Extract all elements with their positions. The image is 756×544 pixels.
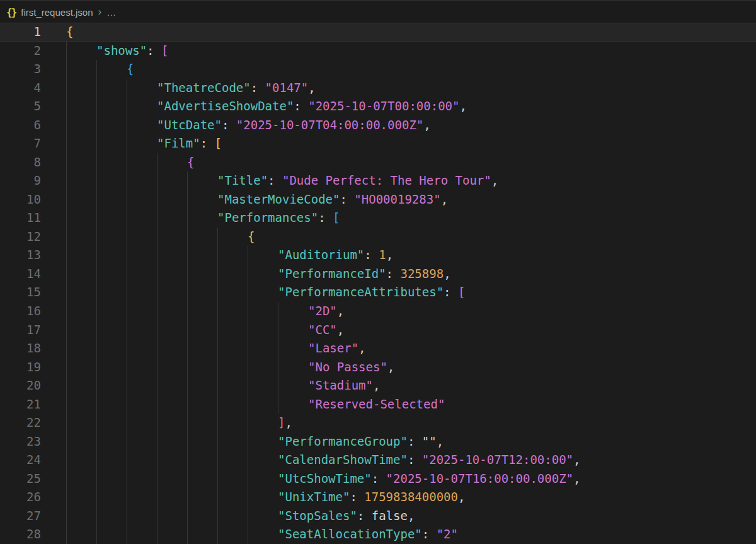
code-line[interactable]: 27"StopSales": false, — [0, 507, 756, 526]
line-number[interactable]: 10 — [0, 190, 41, 209]
code-line[interactable]: 25"UtcShowTime": "2025-10-07T16:00:00.00… — [0, 470, 756, 489]
line-number[interactable]: 5 — [0, 97, 41, 116]
indent-guide — [127, 432, 157, 451]
indent-guide — [96, 432, 127, 451]
line-number[interactable]: 13 — [0, 246, 41, 265]
code-line[interactable]: 12{ — [0, 228, 756, 246]
line-number[interactable]: 27 — [0, 507, 41, 526]
code-line[interactable]: 23"PerformanceGroup": "", — [0, 432, 756, 451]
token-str: "CC" — [308, 323, 337, 337]
indent-guide — [217, 432, 248, 451]
indent-guide — [127, 321, 157, 340]
code-content: { — [41, 153, 756, 172]
line-number[interactable]: 18 — [0, 339, 41, 358]
code-line[interactable]: 10"MasterMovieCode": "HO00019283", — [0, 190, 756, 209]
line-number[interactable]: 7 — [0, 134, 41, 153]
code-line[interactable]: 11"Performances": [ — [0, 209, 756, 228]
code-content: "PerformanceGroup": "", — [41, 432, 756, 451]
code-line[interactable]: 16"2D", — [0, 302, 756, 321]
code-line[interactable]: 3{ — [0, 60, 756, 79]
indent-guide — [217, 525, 248, 544]
line-number[interactable]: 25 — [0, 470, 41, 489]
line-number[interactable]: 3 — [0, 60, 41, 79]
token-key: "MasterMovieCode" — [217, 192, 340, 206]
token-b1: { — [66, 25, 73, 38]
code-line[interactable]: 17"CC", — [0, 321, 756, 340]
code-line[interactable]: 15"PerformanceAttributes": [ — [0, 283, 756, 302]
indent-guide — [127, 376, 157, 395]
code-line[interactable]: 1{ — [0, 23, 756, 42]
token-pun: , — [444, 267, 450, 281]
line-number[interactable]: 14 — [0, 265, 41, 284]
line-number[interactable]: 6 — [0, 116, 41, 135]
indent-guide — [187, 432, 217, 451]
editor-lines[interactable]: 1{2"shows": [3{4"TheatreCode": "0147",5"… — [0, 23, 756, 544]
code-line[interactable]: 4"TheatreCode": "0147", — [0, 79, 756, 98]
token-pun: : — [222, 118, 236, 132]
code-line[interactable]: 13"Auditorium": 1, — [0, 246, 756, 265]
indent-guide — [66, 395, 96, 414]
indent-guide — [217, 395, 248, 414]
line-number[interactable]: 26 — [0, 488, 41, 507]
indent-guide — [157, 171, 187, 190]
code-line[interactable]: 28"SeatAllocationType": "2" — [0, 525, 756, 544]
indent-guide — [187, 228, 217, 246]
line-number[interactable]: 12 — [0, 228, 41, 246]
indent-guide — [127, 451, 157, 470]
indent-guide — [278, 376, 308, 395]
indent-guide — [157, 321, 187, 340]
code-line[interactable]: 2"shows": [ — [0, 42, 756, 61]
token-pun: , — [337, 304, 344, 318]
indent-guide — [187, 414, 217, 432]
code-line[interactable]: 5"AdvertiseShowDate": "2025-10-07T00:00:… — [0, 97, 756, 116]
code-content: "CC", — [41, 321, 756, 340]
token-pun: , — [373, 378, 380, 392]
code-line[interactable]: 18"Laser", — [0, 339, 756, 358]
indent-guide — [217, 321, 248, 340]
line-number[interactable]: 9 — [0, 171, 41, 190]
token-key: "CalendarShowTime" — [278, 453, 408, 466]
token-pun: : — [422, 527, 437, 541]
code-line[interactable]: 6"UtcDate": "2025-10-07T04:00:00.000Z", — [0, 116, 756, 135]
breadcrumb[interactable]: {} first_request.json › … — [0, 1, 756, 23]
code-line[interactable]: 7"Film": [ — [0, 134, 756, 153]
indent-guide — [248, 339, 278, 358]
line-number[interactable]: 16 — [0, 302, 41, 321]
code-line[interactable]: 20"Stadium", — [0, 376, 756, 395]
code-line[interactable]: 14"PerformanceId": 325898, — [0, 265, 756, 284]
line-number[interactable]: 19 — [0, 358, 41, 377]
code-line[interactable]: 26"UnixTime": 1759838400000, — [0, 488, 756, 507]
code-line[interactable]: 19"No Passes", — [0, 358, 756, 377]
line-number[interactable]: 15 — [0, 283, 41, 302]
line-number[interactable]: 8 — [0, 153, 41, 172]
line-number[interactable]: 22 — [0, 414, 41, 432]
code-line[interactable]: 9"Title": "Dude Perfect: The Hero Tour", — [0, 171, 756, 190]
code-line[interactable]: 21"Reserved-Selected" — [0, 395, 756, 414]
code-line[interactable]: 8{ — [0, 153, 756, 172]
line-number[interactable]: 24 — [0, 451, 41, 470]
code-line[interactable]: 24"CalendarShowTime": "2025-10-07T12:00:… — [0, 451, 756, 470]
line-number[interactable]: 1 — [0, 23, 41, 42]
token-str: "2D" — [308, 304, 337, 318]
code-line[interactable]: 22], — [0, 414, 756, 432]
indent-guide — [187, 302, 217, 321]
token-str: "Laser" — [308, 341, 358, 355]
line-number[interactable]: 20 — [0, 376, 41, 395]
indent-guide — [157, 209, 187, 228]
indent-guide — [157, 228, 187, 246]
line-number[interactable]: 17 — [0, 321, 41, 340]
line-number[interactable]: 11 — [0, 209, 41, 228]
line-number[interactable]: 23 — [0, 432, 41, 451]
breadcrumb-symbol-ellipsis[interactable]: … — [106, 7, 116, 18]
indent-guide — [96, 283, 127, 302]
line-number[interactable]: 4 — [0, 79, 41, 98]
indent-guide — [217, 358, 248, 377]
line-number[interactable]: 28 — [0, 525, 41, 544]
line-number[interactable]: 2 — [0, 42, 41, 61]
token-pun: , — [491, 173, 498, 187]
line-number[interactable]: 21 — [0, 395, 41, 414]
breadcrumb-filename[interactable]: first_request.json — [21, 7, 93, 18]
indent-guide — [217, 246, 248, 265]
token-pun: , — [458, 490, 465, 504]
indent-guide — [66, 265, 96, 284]
